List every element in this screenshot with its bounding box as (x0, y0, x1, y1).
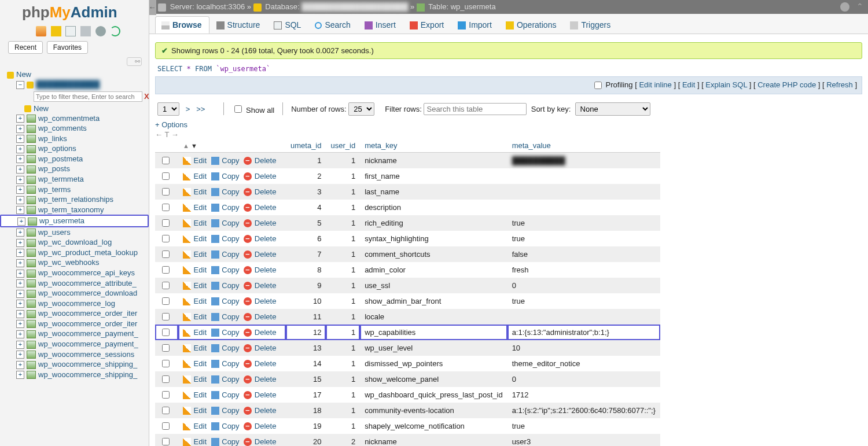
delete-link[interactable]: Delete (244, 375, 276, 384)
edit-link[interactable]: Edit (183, 406, 207, 415)
filter-rows-input[interactable] (424, 103, 527, 115)
collapse-top-icon[interactable]: ⌃ (856, 2, 863, 11)
page-settings-icon[interactable] (840, 2, 849, 12)
copy-link[interactable]: Copy (211, 156, 240, 165)
tree-table-wp_woocommerce_attribute_[interactable]: +wp_woocommerce_attribute_ (0, 278, 149, 289)
row-checkbox[interactable] (162, 438, 170, 445)
edit-link[interactable]: Edit (183, 375, 207, 384)
expand-icon[interactable]: + (17, 218, 25, 226)
row-checkbox[interactable] (162, 407, 170, 414)
tree-table-wp_term_taxonomy[interactable]: +wp_term_taxonomy (0, 205, 149, 215)
expand-icon[interactable]: + (16, 290, 24, 298)
copy-link[interactable]: Copy (211, 359, 240, 368)
expand-icon[interactable]: + (16, 259, 24, 267)
copy-link[interactable]: Copy (211, 219, 240, 227)
expand-icon[interactable]: + (16, 351, 24, 359)
tree-new-server[interactable]: New (0, 69, 149, 79)
recent-tab[interactable]: Recent (8, 41, 43, 54)
copy-link[interactable]: Copy (211, 250, 240, 259)
delete-link[interactable]: Delete (244, 203, 276, 212)
row-checkbox[interactable] (162, 391, 170, 399)
tree-table-wp_woocommerce_order_iter[interactable]: +wp_woocommerce_order_iter (0, 308, 149, 319)
col-umeta_id[interactable]: umeta_id (286, 139, 326, 153)
expand-icon[interactable]: + (16, 279, 24, 287)
tree-table-wp_comments[interactable]: +wp_comments (0, 123, 149, 134)
col-meta_value[interactable]: meta_value (507, 139, 660, 153)
bc-database[interactable]: Database: ████████████████████ (265, 2, 408, 11)
tree-table-wp_woocommerce_sessions[interactable]: +wp_woocommerce_sessions (0, 349, 149, 360)
expand-icon[interactable]: + (16, 300, 24, 308)
expand-icon[interactable]: + (16, 196, 24, 204)
edit-link[interactable]: Edit (183, 359, 207, 368)
tab-sql[interactable]: SQL (268, 17, 308, 33)
copy-link[interactable]: Copy (211, 312, 240, 321)
row-checkbox[interactable] (162, 313, 170, 320)
edit-link[interactable]: Edit (183, 281, 207, 290)
copy-link[interactable]: Copy (211, 203, 240, 212)
delete-link[interactable]: Delete (244, 219, 276, 227)
delete-link[interactable]: Delete (244, 312, 276, 321)
edit-link[interactable]: Edit (183, 297, 207, 305)
home-icon[interactable] (36, 26, 46, 36)
expand-icon[interactable]: + (16, 228, 24, 237)
expand-icon[interactable]: + (16, 145, 24, 153)
sql-icon[interactable] (51, 26, 61, 36)
edit-link[interactable]: Edit (183, 390, 207, 399)
row-checkbox[interactable] (162, 344, 170, 352)
bc-table[interactable]: Table: wp_usermeta (428, 2, 495, 11)
profile-explain-sql[interactable]: Explain SQL (705, 80, 747, 89)
row-checkbox[interactable] (162, 329, 170, 336)
tree-table-wp_woocommerce_download[interactable]: +wp_woocommerce_download (0, 288, 149, 298)
tree-table-wp_terms[interactable]: +wp_terms (0, 185, 149, 195)
collapse-nav-icon[interactable]: ← (149, 0, 156, 15)
options-link[interactable]: + Options (155, 120, 187, 129)
expand-icon[interactable]: + (16, 125, 24, 133)
docs-icon[interactable] (80, 26, 91, 36)
copy-link[interactable]: Copy (211, 297, 240, 305)
sort-key-select[interactable]: None (575, 102, 650, 116)
copy-link[interactable]: Copy (211, 172, 240, 180)
link-icon[interactable]: ⚯ (127, 57, 142, 66)
expand-icon[interactable]: + (16, 361, 24, 369)
row-checkbox[interactable] (162, 282, 170, 289)
tree-table-wp_woocommerce_order_iter[interactable]: +wp_woocommerce_order_iter (0, 319, 149, 329)
tree-table-wp_woocommerce_shipping_[interactable]: +wp_woocommerce_shipping_ (0, 359, 149, 370)
profile-edit-inline[interactable]: Edit inline (639, 80, 671, 89)
edit-link[interactable]: Edit (183, 312, 207, 321)
copy-link[interactable]: Copy (211, 422, 240, 430)
expand-icon[interactable]: + (16, 186, 24, 194)
logo[interactable]: phpMyAdmin (0, 0, 149, 24)
edit-link[interactable]: Edit (183, 219, 207, 227)
tree-table-wp_woocommerce_payment_[interactable]: +wp_woocommerce_payment_ (0, 339, 149, 349)
tree-table-wp_users[interactable]: +wp_users (0, 227, 149, 238)
expand-icon[interactable]: + (16, 239, 24, 247)
row-order-icons[interactable]: ← T → (149, 130, 868, 139)
delete-link[interactable]: Delete (244, 234, 276, 243)
copy-link[interactable]: Copy (211, 328, 240, 337)
clear-filter-icon[interactable]: X (144, 92, 149, 101)
edit-link[interactable]: Edit (183, 344, 207, 352)
tree-new-table[interactable]: New (0, 104, 149, 113)
row-checkbox[interactable] (162, 375, 170, 383)
delete-link[interactable]: Delete (244, 328, 276, 337)
row-checkbox[interactable] (162, 297, 170, 305)
tree-table-wp_wc_product_meta_lookup[interactable]: +wp_wc_product_meta_lookup (0, 248, 149, 258)
row-checkbox[interactable] (162, 266, 170, 274)
tree-table-wp_woocommerce_payment_[interactable]: +wp_woocommerce_payment_ (0, 329, 149, 339)
tree-filter-input[interactable] (34, 91, 142, 102)
tab-search[interactable]: Search (309, 17, 357, 33)
profile-edit[interactable]: Edit (682, 80, 695, 89)
copy-link[interactable]: Copy (211, 437, 240, 446)
bc-server[interactable]: Server: localhost:3306 (170, 2, 245, 11)
edit-link[interactable]: Edit (183, 328, 207, 337)
delete-link[interactable]: Delete (244, 344, 276, 352)
nav-settings-icon[interactable] (95, 26, 106, 36)
copy-link[interactable]: Copy (211, 234, 240, 243)
edit-link[interactable]: Edit (183, 203, 207, 212)
tab-structure[interactable]: Structure (211, 17, 267, 33)
tree-table-wp_termmeta[interactable]: +wp_termmeta (0, 174, 149, 185)
copy-link[interactable]: Copy (211, 406, 240, 415)
expand-icon[interactable]: + (16, 155, 24, 163)
numrows-select[interactable]: 25 (348, 102, 374, 116)
tree-table-wp_term_relationships[interactable]: +wp_term_relationships (0, 194, 149, 205)
